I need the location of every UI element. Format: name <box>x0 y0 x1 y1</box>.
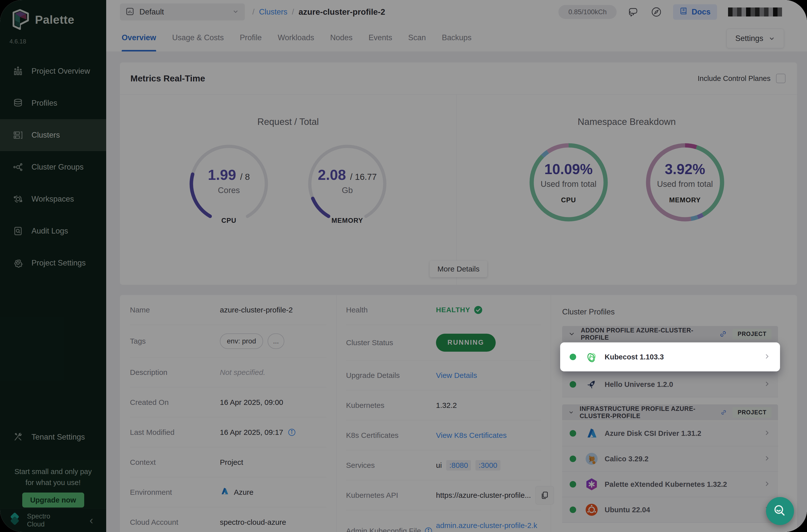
chevron-right-icon <box>764 353 771 361</box>
profile-name: Kubecost 1.103.3 <box>605 353 664 361</box>
profile-row-kubecost[interactable]: Kubecost 1.103.3 <box>560 342 780 372</box>
status-dot <box>570 354 576 360</box>
search-smile-icon <box>772 503 788 519</box>
kubecost-logo <box>585 350 599 364</box>
app-window: Palette 4.6.18 Project Overview Profiles… <box>0 0 807 532</box>
search-fab-button[interactable] <box>766 497 794 525</box>
tour-dim-overlay <box>0 0 807 532</box>
